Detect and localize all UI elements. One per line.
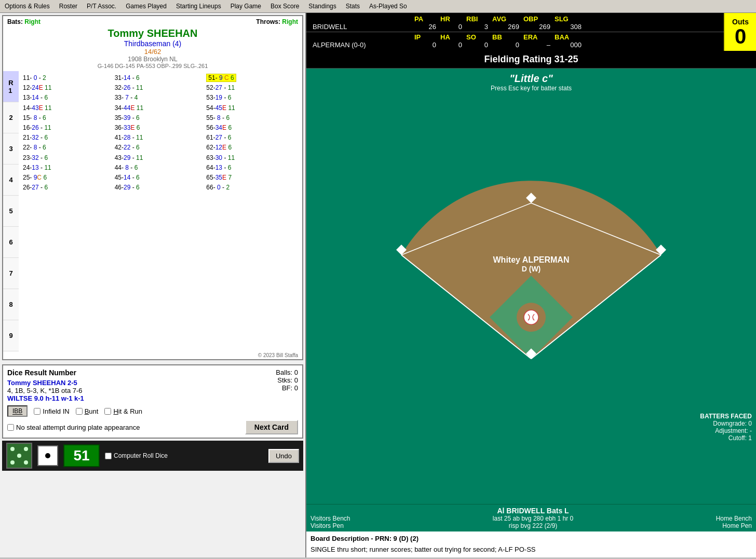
hit-run-label[interactable]: Hit & Run [104,407,142,415]
dice-face-1 [37,445,58,466]
card-header: Bats: Right Throws: Right [3,16,302,28]
score-section: PA HR RBI AVG OBP SLG BRIDWELL 26 0 3 26… [306,13,756,51]
dice-result-title: Dice Result Number [7,369,84,377]
player-stats-line: 14/62 [3,48,302,56]
menu-pt-assoc[interactable]: P/T Assoc. [82,1,121,11]
single-dot [45,453,50,458]
pitcher-name-score: ALPERMAN (0-0) [310,41,414,49]
batter-center-info: Al BRIDWELL Bats L last 25 ab bvg 280 eb… [493,507,573,529]
field-container: "Little c" Press Esc key for batter stat… [306,69,756,504]
pitcher-era: – [523,41,555,49]
downgrade-text: Downgrade: 0 [700,420,752,427]
infield-in-label[interactable]: Infield IN [34,407,69,415]
menu-box-score[interactable]: Box Score [266,1,304,11]
no-steal-text: No steal attempt during plate appearance [16,424,140,431]
player-position: Thirdbaseman (4) [3,39,302,48]
player-g-stats: G-146 DG-145 PA-553 OBP-.299 SLG-.261 [3,63,302,71]
bunt-text: Bunt [85,407,99,415]
menu-starting-lineups[interactable]: Starting Lineups [171,1,226,11]
player-name: Tommy SHEEHAN [3,28,302,39]
pl-baa: BAA [555,33,586,41]
pitcher-header-labels: IP HA SO BB ERA BAA [306,33,724,41]
pitcher-so: 0 [466,41,492,49]
no-steal-checkbox[interactable] [7,424,14,431]
row-8: 8 [3,289,19,320]
menu-stats[interactable]: Stats [341,1,365,11]
stks-value: 0 [294,376,298,384]
no-steal-label[interactable]: No steal attempt during plate appearance [7,424,140,431]
computer-roll-checkbox[interactable] [105,453,112,459]
sl-slg: SLG [555,15,586,23]
batter-name-bar: Al BRIDWELL Bats L [493,507,573,515]
dice-row-9c: 25- 9C 6 45-14 - 6 65-35E 7 [23,173,298,183]
menu-games-played[interactable]: Games Played [121,1,171,11]
next-card-button[interactable]: Next Card [245,420,298,434]
sl-rbi: RBI [466,15,492,23]
dice-face-5 [6,443,32,469]
row-6: 6 [3,227,19,258]
pl-bb: BB [492,33,523,41]
controls-row: IBB Infield IN Bunt Hit & Run [7,405,298,417]
bunt-label[interactable]: Bunt [76,407,99,415]
batter-rbi: 3 [466,23,492,31]
home-bench-label: Home Bench [716,515,752,522]
menu-play-game[interactable]: Play Game [226,1,266,11]
batter-score-row: BRIDWELL 26 0 3 269 269 308 [306,23,724,31]
row-1: R1 [3,71,19,102]
infield-in-checkbox[interactable] [34,408,40,415]
batter-last-ab: last 25 ab bvg 280 ebh 1 hr 0 [493,515,573,522]
row-9: 9 [3,320,19,351]
menu-bar: Options & Rules Roster P/T Assoc. Games … [0,0,756,13]
right-panel: PA HR RBI AVG OBP SLG BRIDWELL 26 0 3 26… [306,13,756,557]
sl-name [310,15,414,23]
menu-options-rules[interactable]: Options & Rules [0,1,55,11]
dice-cell-31: 31-14 - 6 [115,73,207,83]
score-left: PA HR RBI AVG OBP SLG BRIDWELL 26 0 3 26… [306,13,724,51]
dice-cell-11: 11- 0 - 2 [23,73,115,83]
dice-display-bar: 51 Computer Roll Dice Undo [2,441,303,471]
dice-row-9a: 23-32 - 6 43-29 - 11 63-30 - 11 [23,153,298,163]
dot-br [24,460,28,465]
dot-center [17,454,21,458]
pitcher-bb: 0 [492,41,523,49]
pl-ip: IP [414,33,440,41]
throws-label: Throws: Right [256,18,298,25]
home-pen-label: Home Pen [716,522,752,529]
balls-value: 0 [294,369,298,376]
hit-run-checkbox[interactable] [104,408,111,415]
dot-tr [24,447,28,451]
adjustment-text: Adjustment: - [700,427,752,434]
batter-avg: 269 [492,23,523,31]
board-description-area: Board Description - PRN: 9 (D) (2) SINGL… [306,531,756,558]
field-svg [306,69,756,504]
menu-as-played[interactable]: As-Played So [365,1,412,11]
computer-roll-label[interactable]: Computer Roll Dice [105,452,168,459]
menu-standings[interactable]: Standings [304,1,341,11]
dice-row-5: 15- 8 - 6 35-39 - 6 55- 8 - 6 [23,113,298,123]
dice-result-play: 4, 1B, 5-3, K, *1B ota 7-6 [7,387,84,394]
pitcher-ha: 0 [440,41,466,49]
dot-bl [10,460,15,465]
batter-obp: 269 [523,23,555,31]
visitors-pen-label: Visitors Pen [310,522,350,529]
bunt-checkbox[interactable] [76,408,83,415]
sl-hr: HR [440,15,466,23]
menu-roster[interactable]: Roster [55,1,82,11]
left-panel: Bats: Right Throws: Right Tommy SHEEHAN … [0,13,306,557]
dice-result-pitcher: WILTSE 9.0 h-11 w-1 k-1 [7,394,84,402]
dice-row-2: 12-24E 11 32-26 - 11 52-27 - 11 [23,83,298,93]
pl-so: SO [466,33,492,41]
copyright: © 2023 Bill Staffa [3,351,302,359]
ibb-button[interactable]: IBB [7,405,28,417]
home-bench-col: Home Bench Home Pen [716,515,752,529]
score-header-labels: PA HR RBI AVG OBP SLG [306,15,724,23]
visitors-bench-label: Visitors Bench [310,515,350,522]
dice-number-display: 51 [63,444,100,467]
board-desc-text: SINGLE thru short; runner scores; batter… [310,544,752,555]
computer-roll-text: Computer Roll Dice [114,452,168,459]
undo-button[interactable]: Undo [268,449,299,463]
batters-faced-panel: BATTERS FACED Downgrade: 0 Adjustment: -… [700,413,752,442]
dice-cell-51: 51- 9 C 6 [206,73,298,83]
pl-ha: HA [440,33,466,41]
dice-row-4: 14-43E 11 34-44E 11 54-45E 11 [23,103,298,113]
